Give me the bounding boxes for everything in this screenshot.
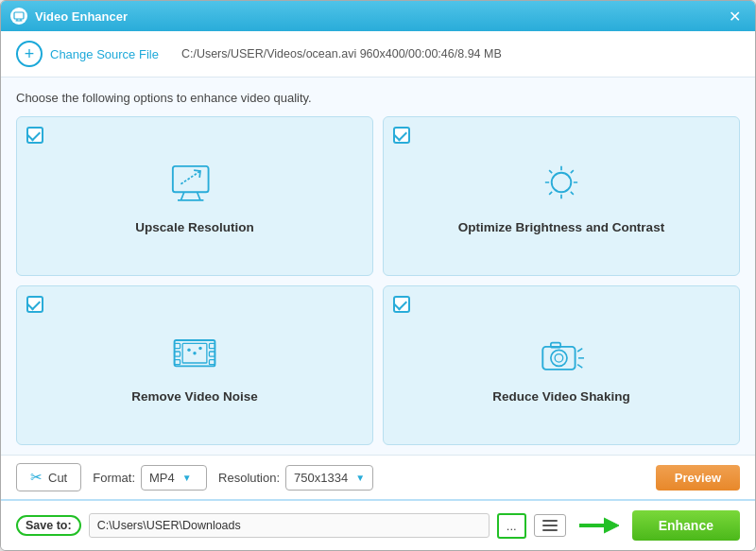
file-info: C:/Users/USER/Videos/ocean.avi 960x400/0… bbox=[181, 47, 502, 60]
shaking-label: Reduce Video Shaking bbox=[492, 389, 629, 404]
svg-point-30 bbox=[551, 350, 567, 366]
svg-line-8 bbox=[180, 171, 200, 184]
format-group: Format: MP4 ▼ bbox=[93, 465, 207, 491]
save-path-input[interactable] bbox=[89, 513, 490, 538]
app-icon bbox=[10, 8, 27, 25]
arrow-right-icon bbox=[577, 515, 621, 536]
upscale-option-card[interactable]: Upscale Resolution bbox=[16, 116, 373, 276]
svg-point-9 bbox=[552, 173, 572, 193]
enhance-button[interactable]: Enhance bbox=[632, 510, 740, 541]
app-window: Video Enhancer ✕ + Change Source File C:… bbox=[0, 0, 756, 551]
toolbar-bar: ✂ Cut Format: MP4 ▼ Resolution: 750x1334… bbox=[1, 455, 755, 499]
svg-line-14 bbox=[549, 170, 552, 173]
options-grid: Upscale Resolution bbox=[16, 116, 740, 445]
subtitle-text: Choose the following options to enhance … bbox=[16, 91, 740, 105]
resolution-dropdown[interactable]: 750x1334 ▼ bbox=[285, 465, 373, 491]
brightness-checkbox[interactable] bbox=[393, 127, 410, 144]
format-arrow-icon: ▼ bbox=[182, 473, 192, 483]
svg-rect-4 bbox=[173, 166, 209, 192]
svg-line-35 bbox=[577, 365, 582, 368]
close-button[interactable]: ✕ bbox=[723, 5, 746, 27]
main-content: Choose the following options to enhance … bbox=[1, 77, 755, 455]
svg-rect-37 bbox=[542, 525, 558, 526]
browse-button[interactable]: ... bbox=[497, 513, 526, 539]
resolution-label: Resolution: bbox=[218, 471, 280, 485]
svg-point-27 bbox=[193, 352, 196, 354]
change-source-button[interactable]: + Change Source File bbox=[16, 41, 159, 67]
shaking-option-card[interactable]: Reduce Video Shaking bbox=[383, 285, 740, 445]
add-circle-icon: + bbox=[16, 41, 43, 67]
list-button[interactable] bbox=[534, 514, 566, 537]
cut-button[interactable]: ✂ Cut bbox=[16, 463, 81, 491]
title-bar: Video Enhancer ✕ bbox=[1, 1, 755, 31]
cut-label: Cut bbox=[48, 471, 67, 485]
format-label: Format: bbox=[93, 471, 135, 485]
monitor-upscale-icon bbox=[164, 160, 225, 211]
upscale-label: Upscale Resolution bbox=[135, 220, 253, 234]
svg-line-15 bbox=[571, 192, 574, 195]
brightness-option-card[interactable]: Optimize Brightness and Contrast bbox=[383, 116, 740, 276]
resolution-group: Resolution: 750x1334 ▼ bbox=[218, 465, 373, 491]
svg-point-31 bbox=[555, 354, 563, 363]
svg-rect-36 bbox=[542, 520, 558, 522]
window-title: Video Enhancer bbox=[35, 9, 723, 24]
svg-line-5 bbox=[180, 192, 183, 200]
resolution-arrow-icon: ▼ bbox=[355, 473, 365, 483]
brightness-icon bbox=[531, 160, 592, 211]
svg-line-17 bbox=[549, 192, 552, 195]
svg-point-26 bbox=[187, 349, 190, 352]
noise-checkbox[interactable] bbox=[26, 296, 43, 313]
format-dropdown[interactable]: MP4 ▼ bbox=[141, 465, 207, 491]
source-bar: + Change Source File C:/Users/USER/Video… bbox=[1, 31, 755, 77]
change-source-label: Change Source File bbox=[50, 47, 159, 61]
svg-point-28 bbox=[198, 347, 201, 350]
resolution-value: 750x1334 bbox=[294, 471, 348, 485]
shaking-checkbox[interactable] bbox=[393, 296, 410, 313]
noise-option-card[interactable]: Remove Video Noise bbox=[16, 285, 373, 445]
noise-label: Remove Video Noise bbox=[131, 389, 257, 404]
scissors-icon: ✂ bbox=[30, 469, 43, 486]
svg-line-6 bbox=[198, 192, 200, 200]
camera-shaking-icon bbox=[531, 329, 592, 380]
svg-line-33 bbox=[577, 349, 582, 352]
brightness-label: Optimize Brightness and Contrast bbox=[458, 220, 664, 234]
save-bar: Save to: ... Enhance bbox=[1, 499, 755, 550]
svg-rect-0 bbox=[14, 12, 24, 19]
save-to-label: Save to: bbox=[16, 515, 81, 536]
preview-button[interactable]: Preview bbox=[656, 465, 740, 491]
film-noise-icon bbox=[164, 329, 225, 380]
svg-line-16 bbox=[571, 170, 574, 173]
upscale-checkbox[interactable] bbox=[26, 127, 43, 144]
format-value: MP4 bbox=[149, 471, 175, 485]
svg-rect-38 bbox=[542, 529, 558, 531]
svg-rect-32 bbox=[551, 343, 560, 348]
